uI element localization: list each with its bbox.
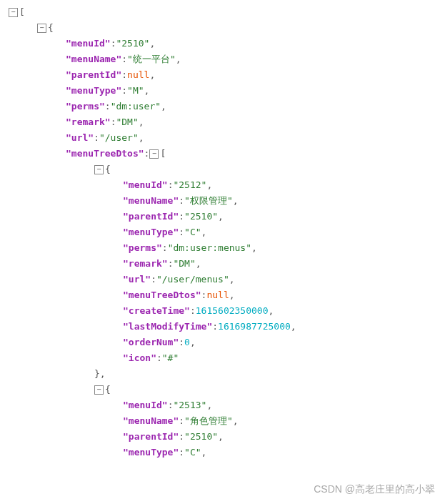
json-key: "menuId" [123,179,168,190]
json-line: "menuType":"M", [9,83,445,99]
json-key: "url" [123,274,151,285]
json-string: "2510" [184,431,218,442]
json-key: "menuTreeDtos" [66,148,144,159]
json-line: "menuId":"2513", [9,397,445,413]
json-punct: : [179,211,184,222]
json-string: "M" [127,85,144,96]
json-string: "dm:user" [111,101,161,112]
json-string: "角色管理" [184,415,233,426]
json-punct: : [179,227,184,237]
json-line: "lastModifyTime":1616987725000, [9,319,445,335]
collapse-toggle-icon[interactable]: − [9,8,18,17]
json-punct: , [218,431,224,442]
json-punct: , [144,85,150,96]
json-line: "menuType":"C", [9,445,445,460]
json-key: "createTime" [123,305,190,316]
json-string: "#" [162,352,179,363]
json-line: "orderNum":0, [9,335,445,350]
json-line: "icon":"#" [9,350,445,366]
json-punct: : [162,242,168,253]
json-key: "menuId" [123,400,168,410]
json-line: "menuTreeDtos":null, [9,287,445,303]
json-string: "2510" [184,211,218,222]
json-string: "C" [184,227,201,237]
json-key: "menuId" [66,38,111,49]
json-line: "perms":"dm:user:menus", [9,240,445,256]
json-key: "menuType" [123,227,179,237]
json-string: "DM" [116,117,138,127]
json-punct: , [161,101,166,112]
json-punct: , [291,321,296,332]
watermark: CSDN @高老庄里的高小翠 [314,481,435,497]
json-key: "url" [66,132,94,143]
json-punct: , [251,242,257,253]
json-string: "/user/menus" [156,274,229,285]
json-punct: , [233,415,239,426]
json-key: "menuType" [66,85,121,96]
json-key: "icon" [123,352,156,363]
json-key: "menuName" [123,415,179,426]
json-punct: , [139,117,144,127]
json-punct: : [121,54,127,64]
collapse-toggle-icon[interactable]: − [149,149,159,159]
json-punct: , [218,211,224,222]
json-punct: { [48,22,54,33]
json-line: "parentId":"2510", [9,209,445,224]
json-line: "menuType":"C", [9,224,445,240]
json-null: null [206,290,229,300]
collapse-toggle-icon[interactable]: − [94,385,104,395]
collapse-toggle-icon[interactable]: − [37,24,46,33]
json-line: "remark":"DM", [9,114,445,130]
json-key: "menuType" [123,447,179,458]
json-punct: , [139,132,144,143]
json-punct: { [105,164,111,174]
json-string: "2512" [173,179,206,190]
json-string: "2513" [173,400,206,410]
json-punct: : [179,337,184,347]
json-line: }, [9,366,445,382]
json-key: "menuName" [123,195,179,206]
json-punct: , [229,290,235,300]
json-key: "menuName" [66,54,121,64]
json-string: "2510" [116,38,149,49]
json-line: "perms":"dm:user", [9,99,445,114]
json-line: −{ [9,382,445,397]
json-key: "lastModifyTime" [123,321,212,332]
json-punct: : [105,101,111,112]
json-punct: : [156,352,162,363]
json-punct: : [179,415,184,426]
json-key: "remark" [123,258,168,269]
json-key: "perms" [123,242,162,253]
json-punct: , [196,258,201,269]
json-punct: , [233,195,239,206]
json-key: "remark" [66,117,111,127]
json-punct: [ [19,6,25,17]
json-punct: }, [94,368,106,379]
json-punct: [ [160,148,166,159]
json-key: "menuTreeDtos" [123,290,201,300]
json-punct: : [212,321,218,332]
json-punct: , [176,54,181,64]
json-punct: : [144,148,150,159]
json-line: −{ [9,20,445,36]
json-number: 1615602350000 [196,305,269,316]
json-punct: : [94,132,99,143]
json-line: "menuName":"权限管理", [9,193,445,209]
json-punct: , [201,227,207,237]
json-punct: : [121,85,127,96]
json-key: "parentId" [123,211,179,222]
json-line: "parentId":null, [9,67,445,83]
json-punct: : [179,447,184,458]
json-string: "C" [184,447,201,458]
json-punct: { [105,384,111,395]
json-key: "perms" [66,101,105,112]
json-line: "menuName":"统一平台", [9,51,445,67]
json-line: "menuId":"2510", [9,36,445,51]
json-line: "remark":"DM", [9,256,445,272]
json-punct: , [269,305,274,316]
json-line: "menuId":"2512", [9,177,445,193]
json-line: −[ [9,4,445,20]
json-punct: , [229,274,235,285]
json-tree-viewer: −[−{"menuId":"2510","menuName":"统一平台","p… [7,4,445,460]
collapse-toggle-icon[interactable]: − [94,165,104,174]
